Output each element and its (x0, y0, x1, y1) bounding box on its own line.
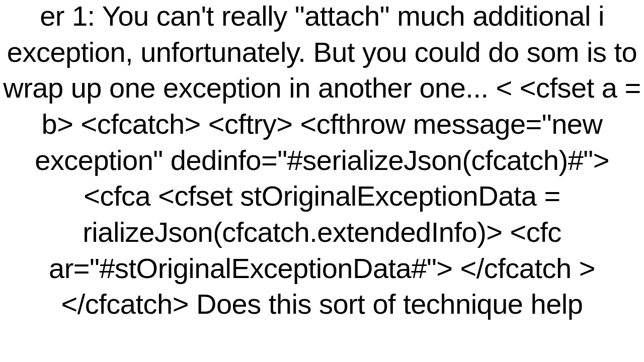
document-text: er 1: You can't really "attach" much add… (0, 0, 644, 322)
